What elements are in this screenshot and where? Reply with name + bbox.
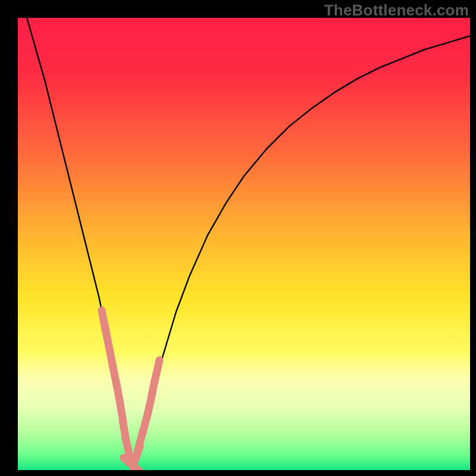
marker-pill xyxy=(155,360,159,381)
watermark-text: TheBottleneck.com xyxy=(324,1,469,20)
bottleneck-chart xyxy=(0,0,476,476)
chart-frame: TheBottleneck.com xyxy=(0,0,476,476)
